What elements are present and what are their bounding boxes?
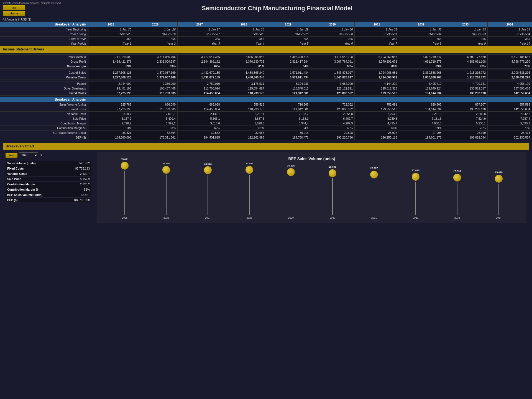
year-select[interactable]: 2025 2026 2027 2028 2029 2030 2031 2032 …	[19, 152, 38, 158]
bar-value: 32.656	[245, 162, 253, 165]
bar-stick	[415, 182, 416, 215]
bar-dot	[287, 168, 295, 176]
x-label: 2031	[353, 216, 395, 219]
other-overheads-label: Other Overheads	[0, 86, 89, 91]
summary-sale-price-label: Sale Price	[6, 177, 63, 182]
breakeven-header-row: Breakeven Analysis 2025 2026 2027 2028 2…	[0, 22, 532, 27]
summary-sales-volume: Sales Volume (units) 525.782	[6, 161, 91, 166]
summary-fixed-costs: Fixed Costs 97.725.193	[6, 166, 91, 171]
payroll-label: Payroll	[0, 81, 89, 86]
bar-column: 32.594	[145, 162, 187, 215]
summary-contribution-margin-pct-label: Contribution Margin %	[6, 187, 63, 192]
days-in-year-label: Days in Year	[0, 37, 89, 41]
bar-dot	[162, 166, 170, 174]
year-2027-header: 2027	[177, 22, 222, 27]
bar-column: 30.915	[270, 164, 312, 215]
bar-stick	[457, 183, 457, 215]
year-2025-header: 2025	[89, 22, 133, 27]
total-revenue-row: Total Revenue 2,711,929.500 3,711,046.70…	[0, 55, 532, 59]
gross-profit-row: Gross Profit 1,434,421.378 2,332,009.537…	[0, 59, 532, 64]
summary-bep-sales-label: BEP Sales Volume (units)	[6, 192, 63, 198]
x-label: 2034	[478, 216, 520, 219]
yb-2031: 1-Jan-31	[355, 27, 399, 32]
x-label: 2026	[145, 216, 187, 219]
amounts-label: All Amounts in USD ($)	[0, 17, 532, 22]
breakeven2-section-label: Breakeven Analysis	[0, 97, 89, 102]
fixed-costs-label: Fixed Costs	[0, 91, 89, 96]
gross-margin-label: Gross margin	[0, 64, 89, 69]
bar-dot	[245, 166, 253, 174]
x-label: 2033	[436, 216, 478, 219]
year-2030-header: 2030	[310, 22, 355, 27]
x-label: 2029	[270, 216, 312, 219]
bar-dot	[370, 171, 378, 178]
sale-price-row: Sale Price 5,157,9 5,409,4 5,663,1 5,887…	[0, 116, 532, 121]
gross-profit-label: Gross Profit	[0, 59, 89, 64]
home-button[interactable]: Home	[3, 11, 25, 16]
yb-2034: 1-Jan-34	[488, 27, 532, 32]
summary-sale-price-value: 5.157,9	[63, 177, 91, 182]
sale-price-label: Sale Price	[0, 116, 89, 121]
summary-variable-costs-value: 2.429,7	[63, 171, 91, 177]
year-2033-header: 2033	[443, 22, 488, 27]
bar-column: 32.656	[229, 162, 270, 215]
bep-sales-row: BEP Sales Volume (units) 35.821 32.594 3…	[0, 131, 532, 135]
bar-stick	[291, 177, 291, 215]
summary-fixed-costs-value: 97.725.193	[63, 166, 91, 171]
year-2028-header: 2028	[222, 22, 266, 27]
breakeven2-header-row: Breakeven Analysis	[0, 97, 532, 102]
summary-contribution-margin-pct: Contribution Margin % 53%	[6, 187, 91, 192]
bar-dot	[412, 173, 420, 181]
chevron-down-icon: ▼	[40, 154, 43, 157]
year-2026-header: 2026	[133, 22, 177, 27]
summary-bep-sales: BEP Sales Volume (units) 35.821	[6, 192, 91, 198]
bar-dot	[453, 174, 461, 181]
yb-2033: 1-Jan-33	[443, 27, 488, 32]
summary-contribution-margin-pct-value: 53%	[63, 187, 91, 192]
bep-dollar-label: BEP ($)	[0, 135, 89, 140]
top-button[interactable]: Top	[3, 5, 25, 10]
bar-value: 27.098	[412, 169, 420, 172]
variable-costs-label: Variable Costs	[0, 75, 89, 80]
summary-bep-dollar-value: 184.760.098	[63, 198, 91, 203]
year-period-row: Year Period Year 1 Year 2 Year 3 Year 4 …	[0, 41, 532, 46]
sales-volume-row: Sales Volume (units) 525.782 686.040 666…	[0, 102, 532, 107]
year-beginning-label: Year Beginning	[0, 27, 89, 32]
bar-column: 35.821	[104, 158, 145, 215]
bar-stick	[208, 175, 208, 215]
yb-2026: 1-Jan-26	[133, 27, 177, 32]
bar-column: 26.399	[436, 170, 478, 215]
summary-bep-dollar: BEP ($) 184.760.098	[6, 198, 91, 203]
summary-sale-price: Sale Price 5.157,9	[6, 177, 91, 182]
fixed-costs-row: Fixed Costs 97,725.193 110,793.605 114,4…	[0, 91, 532, 96]
summary-variable-costs: Variable Costs 2.429,7	[6, 171, 91, 177]
bar-column: 25.478	[478, 171, 520, 215]
bar-stick	[124, 171, 125, 215]
bar-value: 25.478	[495, 171, 503, 174]
yb-2032: 1-Jan-32	[399, 27, 443, 32]
summary-contribution-margin-value: 2.728,2	[63, 182, 91, 187]
summary-fixed-costs-label: Fixed Costs	[6, 166, 63, 171]
bar-dot	[329, 169, 336, 177]
summary-variable-costs-label: Variable Costs	[6, 171, 63, 177]
x-label: 2025	[104, 216, 145, 219]
x-label: 2030	[312, 216, 353, 219]
x-label: 2028	[229, 216, 270, 219]
yb-2029: 1-Jan-29	[266, 27, 310, 32]
contribution-margin-row: Contribution Margin 2,728,2 3,399,2 3,51…	[0, 121, 532, 126]
bar-value: 29.898	[329, 165, 336, 168]
yb-2025: 1-Jan-25	[89, 27, 133, 32]
other-overheads-row: Other Overheads 95,481.193 108,437.405 1…	[0, 86, 532, 91]
yb-2027: 1-Jan-27	[177, 27, 222, 32]
sales-volume-label: Sales Volume (units)	[0, 102, 89, 107]
summary-contribution-margin: Contribution Margin 2.728,2	[6, 182, 91, 187]
bar-stick	[498, 184, 499, 215]
year-label: Year	[6, 153, 17, 158]
bar-stick	[166, 175, 167, 215]
bar-stick	[249, 175, 250, 215]
fixed-costs2-row: Fixed Costs 97,725.193 110,793.605 114,4…	[0, 107, 532, 112]
yb-2028: 1-Jan-28	[222, 27, 266, 32]
x-label: 2032	[395, 216, 436, 219]
year-2032-header: 2032	[399, 22, 443, 27]
breakeven-section-label: Breakeven Analysis	[0, 22, 89, 27]
